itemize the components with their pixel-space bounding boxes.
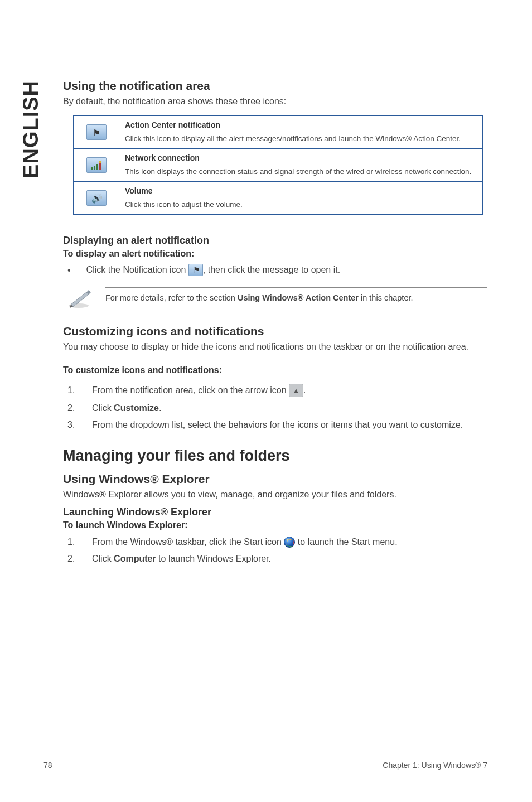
page-number: 78 xyxy=(43,761,52,770)
subheading-launch-explorer: To launch Windows Explorer: xyxy=(63,520,487,530)
pencil-note-icon xyxy=(67,287,93,309)
svg-rect-1 xyxy=(94,166,95,170)
volume-speaker-icon: 🔊 xyxy=(86,190,107,206)
language-sidebar-label: ENGLISH xyxy=(19,80,43,178)
text-pre: Click the Notification icon xyxy=(86,265,188,275)
step-2-launch: 2. Click Computer to launch Windows Expl… xyxy=(63,553,487,565)
heading-notification-area: Using the notification area xyxy=(63,79,487,93)
page-content: Using the notification area By default, … xyxy=(63,79,487,569)
note-row: For more details, refer to the section U… xyxy=(63,287,487,309)
action-center-flag-icon: ⚑ xyxy=(86,124,107,140)
intro-notification-area: By default, the notification area shows … xyxy=(63,96,487,108)
heading-managing-files: Managing your files and folders xyxy=(63,447,487,465)
row-title: Action Center notification xyxy=(125,120,477,129)
chapter-label: Chapter 1: Using Windows® 7 xyxy=(383,761,487,770)
network-bars-icon xyxy=(86,157,107,173)
intro-customize: You may choose to display or hide the ic… xyxy=(63,341,487,353)
row-body: This icon displays the connection status… xyxy=(125,167,477,177)
heading-windows-explorer: Using Windows® Explorer xyxy=(63,472,487,486)
start-orb-icon xyxy=(284,537,295,548)
svg-rect-2 xyxy=(96,164,98,170)
row-body: Click this icon to display all the alert… xyxy=(125,134,477,144)
text-post: , then click the message to open it. xyxy=(203,265,340,275)
intro-explorer: Windows® Explorer allows you to view, ma… xyxy=(63,489,487,501)
page-footer: 78 Chapter 1: Using Windows® 7 xyxy=(43,755,487,770)
step-1-customize: 1. From the notification area, click on … xyxy=(63,384,487,398)
notification-icons-table: ⚑ Action Center notification Click this … xyxy=(73,115,483,215)
svg-rect-0 xyxy=(91,167,93,170)
heading-display-alert: Displaying an alert notification xyxy=(63,235,487,247)
row-title: Volume xyxy=(125,186,477,195)
bullet-dot: • xyxy=(67,265,71,276)
step-3-customize: 3. From the dropdown list, select the be… xyxy=(63,419,487,431)
row-body: Click this icon to adjust the volume. xyxy=(125,200,477,210)
step-2-customize: 2. Click Customize. xyxy=(63,402,487,414)
subheading-customize: To customize icons and notifications: xyxy=(63,365,487,375)
bullet-click-notification: • Click the Notification icon ⚑, then cl… xyxy=(63,264,487,277)
step-1-launch: 1. From the Windows® taskbar, click the … xyxy=(63,536,487,548)
svg-rect-4 xyxy=(99,161,101,163)
note-text: For more details, refer to the section U… xyxy=(105,287,487,308)
subheading-display-alert: To display an alert notification: xyxy=(63,249,487,259)
arrow-up-tray-icon: ▲ xyxy=(289,384,303,397)
heading-customize: Customizing icons and notifications xyxy=(63,325,487,338)
row-title: Network connection xyxy=(125,153,477,162)
svg-rect-3 xyxy=(99,162,101,170)
notification-flag-icon: ⚑ xyxy=(188,264,203,276)
heading-launch-explorer: Launching Windows® Explorer xyxy=(63,506,487,518)
